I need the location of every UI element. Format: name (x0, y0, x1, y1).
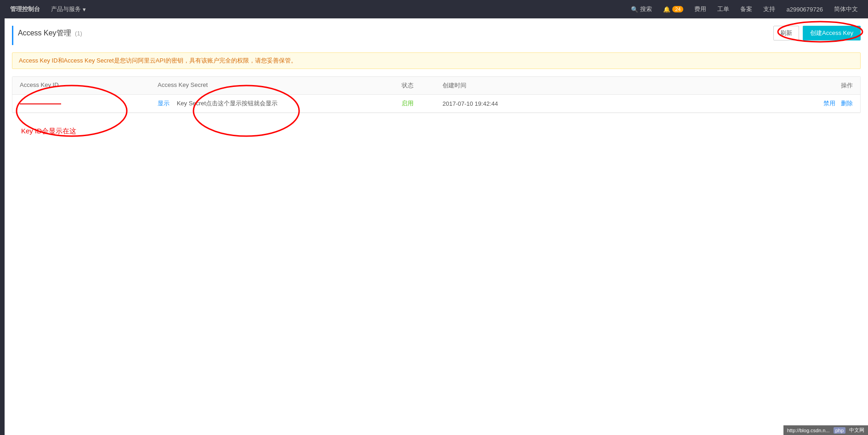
key-secret-hint: Key Secret点击这个显示按钮就会显示 (177, 100, 278, 107)
nav-bell[interactable]: 🔔 24 (658, 6, 688, 13)
nav-brand[interactable]: 管理控制台 (6, 5, 45, 13)
nav-products-label: 产品与服务 (51, 5, 81, 13)
top-navigation: 管理控制台 产品与服务 ▾ 🔍 搜索 🔔 24 费用 工单 备案 支持 a299… (0, 0, 868, 18)
page-count: (1) (75, 30, 82, 37)
page-header: Access Key管理 (1) 刷新 创建Access Key (12, 26, 861, 45)
header-actions: 刷新 创建Access Key (773, 26, 861, 40)
key-id-annotation-text: Key ID会显示在这 (21, 127, 76, 135)
warning-banner: Access Key ID和Access Key Secret是您访问阿里云AP… (12, 52, 861, 69)
disable-button[interactable]: 禁用 (823, 100, 835, 107)
delete-button[interactable]: 删除 (841, 100, 853, 107)
status-badge: 启用 (402, 100, 414, 107)
action-cell: 禁用 删除 (536, 99, 860, 108)
refresh-button[interactable]: 刷新 (773, 26, 799, 40)
nav-support[interactable]: 支持 (759, 5, 780, 13)
access-key-table: Access Key ID Access Key Secret 状态 创建时间 … (12, 76, 861, 113)
nav-username[interactable]: a2990679726 (782, 6, 828, 13)
left-sidebar (0, 18, 5, 435)
created-time-cell: 2017-07-10 19:42:44 (435, 100, 536, 107)
main-content: Access Key管理 (1) 刷新 创建Access Key Access … (5, 18, 868, 435)
nav-products[interactable]: 产品与服务 ▾ (46, 5, 91, 13)
page-title: Access Key管理 (1) (18, 29, 82, 37)
notification-badge: 24 (672, 6, 683, 12)
key-id-cell (12, 100, 150, 107)
nav-search-label: 搜索 (640, 5, 652, 13)
chevron-down-icon: ▾ (83, 6, 86, 13)
key-secret-cell: 显示 Key Secret点击这个显示按钮就会显示 (150, 99, 380, 108)
footer: http://blog.csdn.n... php 中文网 (783, 425, 868, 435)
search-icon: 🔍 (631, 6, 638, 13)
show-secret-link[interactable]: 显示 (158, 100, 170, 107)
col-header-created: 创建时间 (435, 81, 536, 90)
col-header-id: Access Key ID (12, 81, 150, 90)
bell-icon: 🔔 (663, 6, 670, 13)
footer-url: http://blog.csdn.n... (787, 428, 830, 433)
php-badge: php (834, 427, 845, 434)
nav-fees[interactable]: 费用 (690, 5, 711, 13)
create-access-key-button[interactable]: 创建Access Key (803, 26, 861, 40)
nav-search[interactable]: 🔍 搜索 (626, 5, 657, 13)
col-header-action: 操作 (536, 81, 860, 90)
table-header: Access Key ID Access Key Secret 状态 创建时间 … (12, 77, 860, 95)
nav-language[interactable]: 简体中文 (829, 5, 862, 13)
col-header-secret: Access Key Secret (150, 81, 380, 90)
status-cell: 启用 (380, 99, 435, 108)
col-header-status: 状态 (380, 81, 435, 90)
table-row: 显示 Key Secret点击这个显示按钮就会显示 启用 2017-07-10 … (12, 95, 860, 113)
nav-domain[interactable]: 备案 (736, 5, 757, 13)
key-id-annotation: Key ID会显示在这 (21, 127, 861, 136)
warning-text: Access Key ID和Access Key Secret是您访问阿里云AP… (19, 57, 297, 64)
key-id-mask (20, 103, 61, 104)
footer-site: 中文网 (849, 427, 864, 434)
created-time-value: 2017-07-10 19:42:44 (443, 100, 498, 107)
nav-ticket[interactable]: 工单 (713, 5, 734, 13)
page-title-text: Access Key管理 (18, 29, 71, 37)
page-title-area: Access Key管理 (1) (18, 29, 82, 38)
